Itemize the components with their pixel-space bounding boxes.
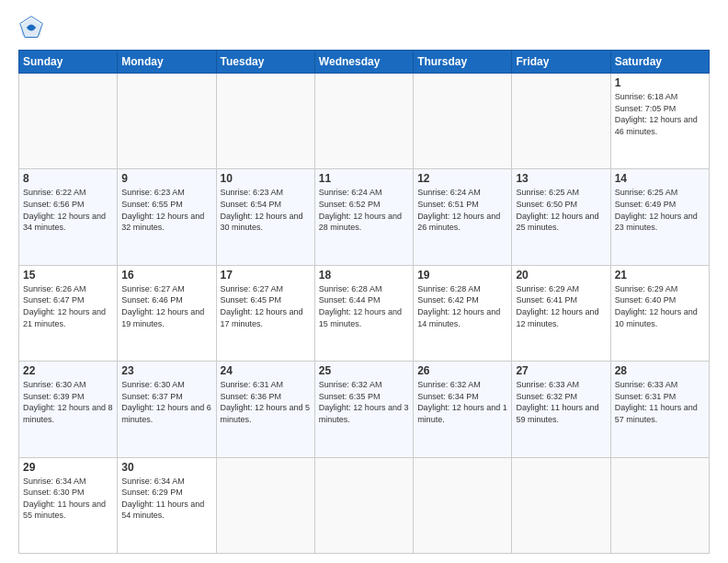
day-number: 24 xyxy=(221,364,311,377)
day-number: 13 xyxy=(516,172,606,185)
calendar-cell xyxy=(216,74,314,169)
day-number: 22 xyxy=(23,364,113,377)
page: SundayMondayTuesdayWednesdayThursdayFrid… xyxy=(0,0,728,563)
calendar-cell xyxy=(512,74,610,169)
day-number: 30 xyxy=(121,461,211,474)
calendar-cell: 28Sunrise: 6:33 AMSunset: 6:31 PMDayligh… xyxy=(610,362,709,457)
calendar-header-tuesday: Tuesday xyxy=(216,51,314,74)
calendar-week-5: 29Sunrise: 6:34 AMSunset: 6:30 PMDayligh… xyxy=(19,457,710,553)
calendar-cell: 14Sunrise: 6:25 AMSunset: 6:49 PMDayligh… xyxy=(610,169,709,265)
day-number: 1 xyxy=(615,76,705,89)
calendar-header-sunday: Sunday xyxy=(19,51,118,74)
calendar-week-2: 8Sunrise: 6:22 AMSunset: 6:56 PMDaylight… xyxy=(19,169,710,265)
day-info: Sunrise: 6:23 AMSunset: 6:54 PMDaylight:… xyxy=(221,187,311,233)
calendar-cell: 17Sunrise: 6:27 AMSunset: 6:45 PMDayligh… xyxy=(216,265,314,361)
calendar-header-wednesday: Wednesday xyxy=(314,51,413,74)
calendar-cell: 29Sunrise: 6:34 AMSunset: 6:30 PMDayligh… xyxy=(19,457,118,553)
calendar-header-thursday: Thursday xyxy=(414,51,512,74)
day-number: 8 xyxy=(23,172,113,185)
day-number: 23 xyxy=(121,364,211,377)
day-info: Sunrise: 6:28 AMSunset: 6:42 PMDaylight:… xyxy=(417,283,507,329)
logo xyxy=(18,15,48,40)
calendar-cell: 12Sunrise: 6:24 AMSunset: 6:51 PMDayligh… xyxy=(414,169,512,265)
calendar-cell: 1Sunrise: 6:18 AMSunset: 7:05 PMDaylight… xyxy=(610,74,709,169)
calendar-cell xyxy=(414,74,512,169)
day-info: Sunrise: 6:33 AMSunset: 6:32 PMDaylight:… xyxy=(516,379,606,425)
calendar-cell xyxy=(19,74,118,169)
calendar-cell xyxy=(414,457,512,553)
day-number: 15 xyxy=(23,269,113,282)
day-info: Sunrise: 6:31 AMSunset: 6:36 PMDaylight:… xyxy=(221,379,311,425)
day-info: Sunrise: 6:28 AMSunset: 6:44 PMDaylight:… xyxy=(319,283,409,329)
day-info: Sunrise: 6:32 AMSunset: 6:34 PMDaylight:… xyxy=(417,379,507,425)
calendar-cell: 13Sunrise: 6:25 AMSunset: 6:50 PMDayligh… xyxy=(512,169,610,265)
calendar-cell: 25Sunrise: 6:32 AMSunset: 6:35 PMDayligh… xyxy=(314,362,413,457)
day-info: Sunrise: 6:32 AMSunset: 6:35 PMDaylight:… xyxy=(319,379,409,425)
day-info: Sunrise: 6:25 AMSunset: 6:49 PMDaylight:… xyxy=(615,187,705,233)
calendar-cell xyxy=(314,457,413,553)
day-number: 27 xyxy=(516,364,606,377)
day-number: 28 xyxy=(615,364,705,377)
calendar: SundayMondayTuesdayWednesdayThursdayFrid… xyxy=(18,50,710,554)
calendar-cell: 26Sunrise: 6:32 AMSunset: 6:34 PMDayligh… xyxy=(414,362,512,457)
logo-icon xyxy=(18,15,44,40)
day-info: Sunrise: 6:30 AMSunset: 6:39 PMDaylight:… xyxy=(23,379,113,425)
calendar-cell: 23Sunrise: 6:30 AMSunset: 6:37 PMDayligh… xyxy=(118,362,216,457)
calendar-cell: 22Sunrise: 6:30 AMSunset: 6:39 PMDayligh… xyxy=(19,362,118,457)
header xyxy=(18,15,710,40)
day-number: 25 xyxy=(319,364,409,377)
day-info: Sunrise: 6:29 AMSunset: 6:41 PMDaylight:… xyxy=(516,283,606,329)
calendar-cell: 15Sunrise: 6:26 AMSunset: 6:47 PMDayligh… xyxy=(19,265,118,361)
day-info: Sunrise: 6:30 AMSunset: 6:37 PMDaylight:… xyxy=(121,379,211,425)
day-info: Sunrise: 6:26 AMSunset: 6:47 PMDaylight:… xyxy=(23,283,113,329)
calendar-cell xyxy=(118,74,216,169)
day-number: 16 xyxy=(121,269,211,282)
day-number: 20 xyxy=(516,269,606,282)
day-info: Sunrise: 6:34 AMSunset: 6:29 PMDaylight:… xyxy=(121,476,211,522)
day-number: 12 xyxy=(417,172,507,185)
calendar-week-1: 1Sunrise: 6:18 AMSunset: 7:05 PMDaylight… xyxy=(19,74,710,169)
day-number: 10 xyxy=(221,172,311,185)
calendar-cell: 30Sunrise: 6:34 AMSunset: 6:29 PMDayligh… xyxy=(118,457,216,553)
day-number: 19 xyxy=(417,269,507,282)
calendar-week-4: 22Sunrise: 6:30 AMSunset: 6:39 PMDayligh… xyxy=(19,362,710,457)
day-info: Sunrise: 6:34 AMSunset: 6:30 PMDaylight:… xyxy=(23,476,113,522)
calendar-cell xyxy=(314,74,413,169)
day-number: 18 xyxy=(319,269,409,282)
day-number: 11 xyxy=(319,172,409,185)
calendar-cell: 19Sunrise: 6:28 AMSunset: 6:42 PMDayligh… xyxy=(414,265,512,361)
day-number: 29 xyxy=(23,461,113,474)
day-info: Sunrise: 6:25 AMSunset: 6:50 PMDaylight:… xyxy=(516,187,606,233)
calendar-cell xyxy=(610,457,709,553)
day-number: 14 xyxy=(615,172,705,185)
calendar-cell: 27Sunrise: 6:33 AMSunset: 6:32 PMDayligh… xyxy=(512,362,610,457)
calendar-cell: 16Sunrise: 6:27 AMSunset: 6:46 PMDayligh… xyxy=(118,265,216,361)
day-info: Sunrise: 6:22 AMSunset: 6:56 PMDaylight:… xyxy=(23,187,113,233)
calendar-cell xyxy=(512,457,610,553)
calendar-cell: 10Sunrise: 6:23 AMSunset: 6:54 PMDayligh… xyxy=(216,169,314,265)
day-info: Sunrise: 6:27 AMSunset: 6:46 PMDaylight:… xyxy=(121,283,211,329)
day-info: Sunrise: 6:23 AMSunset: 6:55 PMDaylight:… xyxy=(121,187,211,233)
day-info: Sunrise: 6:24 AMSunset: 6:52 PMDaylight:… xyxy=(319,187,409,233)
day-info: Sunrise: 6:18 AMSunset: 7:05 PMDaylight:… xyxy=(615,91,705,137)
calendar-cell: 20Sunrise: 6:29 AMSunset: 6:41 PMDayligh… xyxy=(512,265,610,361)
calendar-cell: 9Sunrise: 6:23 AMSunset: 6:55 PMDaylight… xyxy=(118,169,216,265)
calendar-header-saturday: Saturday xyxy=(610,51,709,74)
day-info: Sunrise: 6:33 AMSunset: 6:31 PMDaylight:… xyxy=(615,379,705,425)
day-number: 21 xyxy=(615,269,705,282)
calendar-header-friday: Friday xyxy=(512,51,610,74)
calendar-cell: 8Sunrise: 6:22 AMSunset: 6:56 PMDaylight… xyxy=(19,169,118,265)
calendar-cell xyxy=(216,457,314,553)
calendar-header-row: SundayMondayTuesdayWednesdayThursdayFrid… xyxy=(19,51,710,74)
calendar-cell: 24Sunrise: 6:31 AMSunset: 6:36 PMDayligh… xyxy=(216,362,314,457)
calendar-cell: 18Sunrise: 6:28 AMSunset: 6:44 PMDayligh… xyxy=(314,265,413,361)
day-number: 26 xyxy=(417,364,507,377)
day-info: Sunrise: 6:29 AMSunset: 6:40 PMDaylight:… xyxy=(615,283,705,329)
calendar-week-3: 15Sunrise: 6:26 AMSunset: 6:47 PMDayligh… xyxy=(19,265,710,361)
calendar-cell: 21Sunrise: 6:29 AMSunset: 6:40 PMDayligh… xyxy=(610,265,709,361)
day-info: Sunrise: 6:24 AMSunset: 6:51 PMDaylight:… xyxy=(417,187,507,233)
day-info: Sunrise: 6:27 AMSunset: 6:45 PMDaylight:… xyxy=(221,283,311,329)
day-number: 9 xyxy=(121,172,211,185)
calendar-cell: 11Sunrise: 6:24 AMSunset: 6:52 PMDayligh… xyxy=(314,169,413,265)
day-number: 17 xyxy=(221,269,311,282)
